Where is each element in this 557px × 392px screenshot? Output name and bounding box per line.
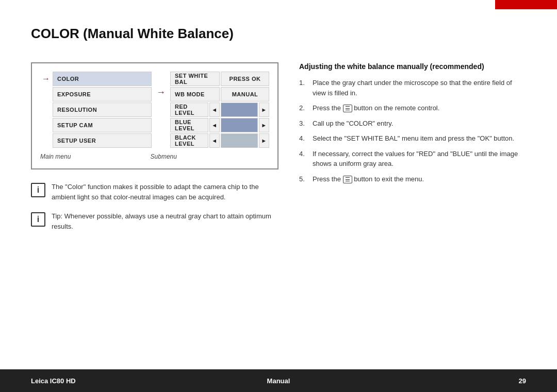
- submenu-arrow-left-blue: ◄: [209, 118, 220, 132]
- step-4b-text: If necessary, correct the values for "RE…: [313, 149, 526, 169]
- menu-label-setup-cam: SETUP CAM: [57, 122, 93, 128]
- submenu-arrow-left-black: ◄: [209, 133, 220, 148]
- step-2: 2. Press the ☰ button on the remote cont…: [299, 103, 526, 113]
- menu-label-color: COLOR: [57, 76, 79, 82]
- step-3-text: Call up the "COLOR" entry.: [313, 118, 393, 129]
- submenu-row-red-level: RED LEVEL ◄ ►: [170, 103, 269, 117]
- step-4b-num: 4.: [299, 149, 308, 169]
- menu-captions: Main menu Submenu: [40, 153, 269, 160]
- footer-center: Manual: [196, 377, 361, 385]
- step-1: 1. Place the gray chart under the micros…: [299, 78, 526, 98]
- footer: Leica IC80 HD Manual 29: [0, 369, 557, 392]
- step-3-num: 3.: [299, 118, 308, 129]
- submenu-section: SET WHITE BAL PRESS OK WB MODE MANUAL RE…: [170, 72, 269, 149]
- step-4a-num: 4.: [299, 133, 308, 144]
- submenu-label-set-white-bal: SET WHITE BAL: [170, 72, 220, 86]
- submenu-arrow-right-blue: ►: [259, 118, 269, 132]
- step-3: 3. Call up the "COLOR" entry.: [299, 118, 526, 129]
- step-5-num: 5.: [299, 174, 308, 184]
- submenu-label-wb-mode: WB MODE: [170, 87, 220, 101]
- menu-item-color: → COLOR: [53, 72, 152, 86]
- step-4b: 4. If necessary, correct the values for …: [299, 149, 526, 169]
- instructions-title: Adjusting the white balance manually (re…: [299, 62, 526, 71]
- main-content: COLOR (Manual White Balance) → COLOR EXP…: [0, 0, 557, 282]
- main-menu-section: → COLOR EXPOSURE RESOLUTION SETUP CAM: [40, 72, 152, 149]
- info-icon-1: i: [31, 183, 45, 197]
- submenu-arrow-left-red: ◄: [209, 103, 220, 117]
- caption-main-menu: Main menu: [40, 153, 120, 160]
- step-4a-text: Select the "SET WHITE BAL" menu item and…: [313, 133, 514, 144]
- submenu-row-wb-mode: WB MODE MANUAL: [170, 87, 269, 101]
- menu-arrow-color: →: [42, 74, 51, 83]
- info-text-2: Tip: Whenever possible, always use a neu…: [52, 211, 278, 231]
- submenu-label-blue-level: BLUE LEVEL: [170, 118, 208, 132]
- submenu-value-manual: MANUAL: [221, 87, 269, 101]
- footer-right: 29: [361, 377, 526, 385]
- menu-diagram: → COLOR EXPOSURE RESOLUTION SETUP CAM: [31, 62, 278, 169]
- submenu-label-red-level: RED LEVEL: [170, 103, 208, 117]
- menu-item-setup-cam: SETUP CAM: [53, 118, 152, 132]
- footer-left: Leica IC80 HD: [31, 377, 196, 385]
- submenu-value-press-ok: PRESS OK: [221, 72, 269, 86]
- two-column-layout: → COLOR EXPOSURE RESOLUTION SETUP CAM: [31, 62, 526, 241]
- menu-icon-step5: ☰: [343, 176, 352, 183]
- menu-icon-step2: ☰: [343, 105, 352, 112]
- menu-item-resolution: RESOLUTION: [53, 103, 152, 117]
- menu-label-setup-user: SETUP USER: [57, 138, 96, 144]
- step-2-num: 2.: [299, 103, 308, 113]
- submenu-bar-black: [221, 133, 258, 148]
- left-column: → COLOR EXPOSURE RESOLUTION SETUP CAM: [31, 62, 278, 241]
- step-5-text: Press the ☰ button to exit the menu.: [313, 174, 424, 184]
- step-1-num: 1.: [299, 78, 308, 98]
- submenu-row-black-level: BLACK LEVEL ◄ ►: [170, 133, 269, 148]
- info-icon-2: i: [31, 212, 45, 227]
- menu-label-resolution: RESOLUTION: [57, 107, 97, 113]
- info-box-2: i Tip: Whenever possible, always use a n…: [31, 211, 278, 231]
- menu-label-exposure: EXPOSURE: [57, 91, 91, 97]
- menu-grid: → COLOR EXPOSURE RESOLUTION SETUP CAM: [40, 72, 269, 149]
- submenu-label-black-level: BLACK LEVEL: [170, 133, 208, 148]
- steps-list: 1. Place the gray chart under the micros…: [299, 78, 526, 184]
- page-title: COLOR (Manual White Balance): [31, 26, 526, 42]
- info-box-1: i The "Color" function makes it possible…: [31, 182, 278, 202]
- submenu-arrow-right-black: ►: [259, 133, 269, 148]
- submenu-bar-red: [221, 103, 258, 117]
- caption-submenu: Submenu: [120, 153, 269, 160]
- submenu-bar-blue: [221, 118, 258, 132]
- submenu-row-set-white-bal: SET WHITE BAL PRESS OK: [170, 72, 269, 86]
- info-text-1: The "Color" function makes it possible t…: [52, 182, 278, 202]
- step-1-text: Place the gray chart under the microscop…: [313, 78, 526, 98]
- menu-item-setup-user: SETUP USER: [53, 133, 152, 148]
- menu-item-exposure: EXPOSURE: [53, 87, 152, 101]
- submenu-arrow-indicator: →: [156, 87, 166, 98]
- top-bar: [495, 0, 557, 9]
- step-4a: 4. Select the "SET WHITE BAL" menu item …: [299, 133, 526, 144]
- submenu-row-blue-level: BLUE LEVEL ◄ ►: [170, 118, 269, 132]
- step-5: 5. Press the ☰ button to exit the menu.: [299, 174, 526, 184]
- step-2-text: Press the ☰ button on the remote control…: [313, 103, 439, 113]
- submenu-arrow-right-red: ►: [259, 103, 269, 117]
- right-column: Adjusting the white balance manually (re…: [299, 62, 526, 189]
